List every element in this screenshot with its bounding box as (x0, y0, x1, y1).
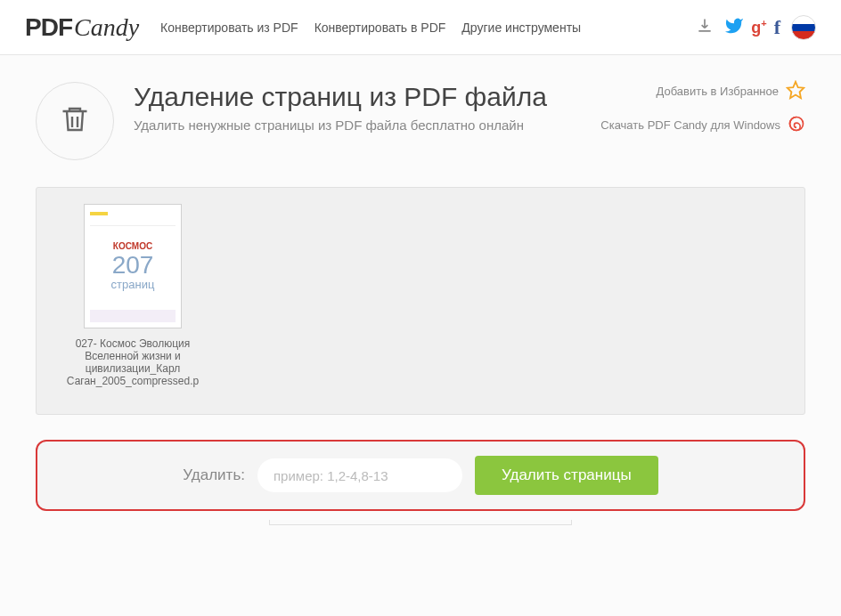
pages-input[interactable] (257, 458, 462, 492)
file-card[interactable]: КОСМОС 207 страниц 027- Космос Эволюция … (53, 204, 213, 387)
facebook-icon[interactable]: f (774, 16, 780, 39)
add-favorite-label: Добавить в Избранное (657, 85, 779, 98)
hero: Удаление страниц из PDF файла Удалить не… (36, 82, 805, 160)
download-icon[interactable] (696, 17, 714, 38)
logo-candy: Candy (74, 13, 139, 42)
nav-convert-from-pdf[interactable]: Конвертировать из PDF (160, 20, 298, 35)
download-windows-label: Скачать PDF Candy для Windows (600, 118, 780, 132)
thumb-header-decor (90, 210, 176, 226)
top-bar: PDF Candy Конвертировать из PDF Конверти… (0, 0, 841, 55)
thumb-footer-decor (90, 310, 176, 322)
file-name: 027- Космос Эволюция Вселенной жизни и ц… (53, 337, 213, 387)
logo-pdf: PDF (25, 13, 72, 42)
page-count-label: страниц (111, 278, 155, 291)
file-list-area: КОСМОС 207 страниц 027- Космос Эволюция … (36, 187, 805, 415)
thumb-doc-title: КОСМОС (113, 241, 152, 251)
lollipop-icon (788, 115, 805, 135)
delete-pages-label: Удалить: (183, 466, 245, 484)
nav-convert-to-pdf[interactable]: Конвертировать в PDF (314, 20, 446, 35)
tool-icon-circle (36, 82, 114, 160)
googleplus-icon[interactable]: g+ (751, 18, 766, 37)
decorative-edge (269, 520, 572, 525)
delete-pages-button[interactable]: Удалить страницы (475, 456, 658, 495)
svg-marker-0 (788, 82, 804, 98)
logo[interactable]: PDF Candy (25, 13, 139, 42)
topbar-right: g+ f (696, 15, 816, 40)
social-links: g+ f (724, 16, 780, 39)
main-nav: Конвертировать из PDF Конвертировать в P… (160, 20, 581, 35)
page-title: Удаление страниц из PDF файла (134, 82, 547, 112)
add-favorite-link[interactable]: Добавить в Избранное (657, 80, 805, 102)
hero-text: Удаление страниц из PDF файла Удалить не… (134, 82, 547, 160)
side-links: Добавить в Избранное Скачать PDF Candy д… (600, 80, 805, 135)
download-windows-link[interactable]: Скачать PDF Candy для Windows (600, 115, 805, 135)
page-count-number: 207 (112, 253, 154, 278)
pdf-thumbnail: КОСМОС 207 страниц (84, 204, 182, 328)
trash-icon (59, 101, 91, 141)
action-bar: Удалить: Удалить страницы (36, 440, 805, 511)
main-content: Удаление страниц из PDF файла Удалить не… (0, 55, 841, 525)
twitter-icon[interactable] (724, 16, 744, 39)
page-subtitle: Удалить ненужные страницы из PDF файла б… (134, 118, 547, 133)
star-icon (786, 80, 805, 102)
language-flag-ru[interactable] (791, 15, 816, 40)
nav-other-tools[interactable]: Другие инструменты (461, 20, 581, 35)
